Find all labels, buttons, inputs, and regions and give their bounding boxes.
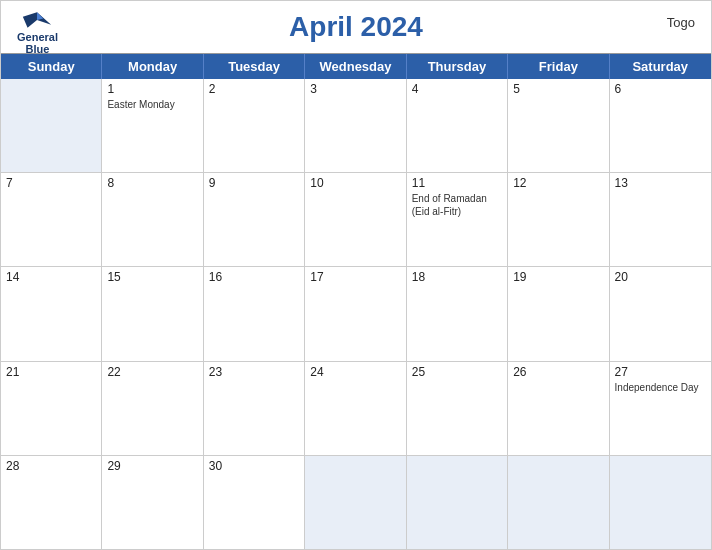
day-number: 9 xyxy=(209,176,299,190)
day-number: 24 xyxy=(310,365,400,379)
week-row-1: 1Easter Monday23456 xyxy=(1,79,711,173)
calendar-header: General Blue April 2024 Togo xyxy=(1,1,711,53)
day-number: 2 xyxy=(209,82,299,96)
day-cell xyxy=(407,456,508,549)
day-header-monday: Monday xyxy=(102,54,203,79)
day-cell: 30 xyxy=(204,456,305,549)
day-number: 17 xyxy=(310,270,400,284)
day-cell xyxy=(508,456,609,549)
day-number: 13 xyxy=(615,176,706,190)
day-cell: 25 xyxy=(407,362,508,455)
day-cell: 12 xyxy=(508,173,609,266)
day-cell xyxy=(1,79,102,172)
day-number: 16 xyxy=(209,270,299,284)
weeks-container: 1Easter Monday234567891011End of Ramadan… xyxy=(1,79,711,549)
day-number: 7 xyxy=(6,176,96,190)
day-number: 25 xyxy=(412,365,502,379)
week-row-4: 21222324252627Independence Day xyxy=(1,362,711,456)
day-cell: 17 xyxy=(305,267,406,360)
day-number: 21 xyxy=(6,365,96,379)
day-cell: 18 xyxy=(407,267,508,360)
calendar-wrapper: General Blue April 2024 Togo SundayMonda… xyxy=(0,0,712,550)
day-cell: 7 xyxy=(1,173,102,266)
day-header-saturday: Saturday xyxy=(610,54,711,79)
day-number: 23 xyxy=(209,365,299,379)
day-cell: 23 xyxy=(204,362,305,455)
day-cell: 27Independence Day xyxy=(610,362,711,455)
day-number: 11 xyxy=(412,176,502,190)
country-label: Togo xyxy=(667,15,695,30)
day-number: 20 xyxy=(615,270,706,284)
day-cell: 5 xyxy=(508,79,609,172)
week-row-5: 282930 xyxy=(1,456,711,549)
day-number: 15 xyxy=(107,270,197,284)
day-number: 30 xyxy=(209,459,299,473)
day-number: 28 xyxy=(6,459,96,473)
day-cell: 29 xyxy=(102,456,203,549)
week-row-2: 7891011End of Ramadan (Eid al-Fitr)1213 xyxy=(1,173,711,267)
day-number: 4 xyxy=(412,82,502,96)
day-number: 5 xyxy=(513,82,603,96)
day-number: 27 xyxy=(615,365,706,379)
day-cell: 16 xyxy=(204,267,305,360)
event-label: Independence Day xyxy=(615,381,706,394)
day-cell: 13 xyxy=(610,173,711,266)
day-cell: 1Easter Monday xyxy=(102,79,203,172)
day-number: 3 xyxy=(310,82,400,96)
day-header-tuesday: Tuesday xyxy=(204,54,305,79)
day-number: 22 xyxy=(107,365,197,379)
day-cell: 15 xyxy=(102,267,203,360)
day-headers-row: SundayMondayTuesdayWednesdayThursdayFrid… xyxy=(1,54,711,79)
logo-text-line1: General xyxy=(17,31,58,43)
day-number: 18 xyxy=(412,270,502,284)
day-header-wednesday: Wednesday xyxy=(305,54,406,79)
day-cell: 24 xyxy=(305,362,406,455)
day-cell: 3 xyxy=(305,79,406,172)
day-number: 19 xyxy=(513,270,603,284)
day-number: 26 xyxy=(513,365,603,379)
logo-bird-icon xyxy=(19,9,55,31)
day-cell: 14 xyxy=(1,267,102,360)
day-header-friday: Friday xyxy=(508,54,609,79)
day-cell: 26 xyxy=(508,362,609,455)
day-cell: 11End of Ramadan (Eid al-Fitr) xyxy=(407,173,508,266)
event-label: End of Ramadan (Eid al-Fitr) xyxy=(412,192,502,218)
day-cell: 8 xyxy=(102,173,203,266)
calendar-table: SundayMondayTuesdayWednesdayThursdayFrid… xyxy=(1,53,711,549)
day-number: 1 xyxy=(107,82,197,96)
day-cell: 20 xyxy=(610,267,711,360)
day-number: 8 xyxy=(107,176,197,190)
day-cell: 10 xyxy=(305,173,406,266)
day-number: 6 xyxy=(615,82,706,96)
month-title: April 2024 xyxy=(289,11,423,43)
day-number: 14 xyxy=(6,270,96,284)
day-cell: 6 xyxy=(610,79,711,172)
week-row-3: 14151617181920 xyxy=(1,267,711,361)
day-cell: 22 xyxy=(102,362,203,455)
day-cell xyxy=(610,456,711,549)
day-number: 29 xyxy=(107,459,197,473)
day-cell: 21 xyxy=(1,362,102,455)
day-header-sunday: Sunday xyxy=(1,54,102,79)
day-cell: 2 xyxy=(204,79,305,172)
day-header-thursday: Thursday xyxy=(407,54,508,79)
day-cell: 19 xyxy=(508,267,609,360)
logo: General Blue xyxy=(17,9,58,55)
day-cell: 28 xyxy=(1,456,102,549)
day-cell: 9 xyxy=(204,173,305,266)
day-cell xyxy=(305,456,406,549)
day-cell: 4 xyxy=(407,79,508,172)
event-label: Easter Monday xyxy=(107,98,197,111)
logo-text-line2: Blue xyxy=(26,43,50,55)
day-number: 10 xyxy=(310,176,400,190)
day-number: 12 xyxy=(513,176,603,190)
